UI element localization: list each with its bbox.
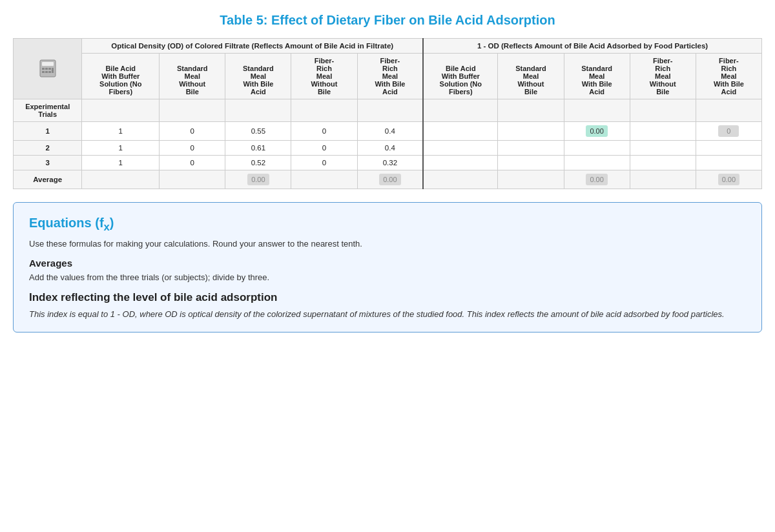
equations-box: Equations (fx) Use these formulas for ma… — [13, 202, 762, 332]
avg-g1c2 — [160, 170, 225, 189]
avg-g1c5[interactable]: 0.00 — [357, 170, 423, 189]
trial-3-label: 3 — [14, 156, 82, 170]
equations-subtitle: Use these formulas for making your calcu… — [29, 239, 746, 249]
eq-title-sub: x — [104, 221, 110, 233]
r2-g2c3 — [564, 141, 630, 156]
averages-title: Averages — [29, 258, 746, 269]
r1-g2c1 — [423, 122, 498, 141]
r3-g2c5 — [696, 156, 761, 170]
avg-g2c3[interactable]: 0.00 — [564, 170, 630, 189]
col-header-g1c1: Bile AcidWith BufferSolution (NoFibers) — [82, 54, 160, 99]
col-subh-g1c3 — [225, 99, 291, 122]
trial-1-label: 1 — [14, 122, 82, 141]
col-subh-g1c4 — [291, 99, 357, 122]
avg-g1c1 — [82, 170, 160, 189]
svg-rect-7 — [48, 71, 51, 73]
r3-g1c5: 0.32 — [357, 156, 423, 170]
col-subh-g1c1 — [82, 99, 160, 122]
equations-title: Equations (fx) — [29, 216, 746, 234]
col-trial-label: ExperimentalTrials — [14, 99, 82, 122]
r2-g2c1 — [423, 141, 498, 156]
r1-g2c4 — [630, 122, 696, 141]
index-title: Index reflecting the level of bile acid … — [29, 291, 746, 304]
r1-g2c3-input[interactable]: 0.00 — [586, 125, 607, 137]
r2-g1c4: 0 — [291, 141, 357, 156]
r1-g2c3[interactable]: 0.00 — [564, 122, 630, 141]
col-header-g2c1: Bile AcidWith BufferSolution (NoFibers) — [423, 54, 498, 99]
col-header-g2c5: Fiber-RichMealWith BileAcid — [696, 54, 761, 99]
col-header-g1c2: StandardMealWithoutBile — [160, 54, 225, 99]
eq-title-text: Equations (f — [29, 216, 104, 230]
avg-g1c3-input[interactable]: 0.00 — [247, 174, 269, 185]
r2-g2c4 — [630, 141, 696, 156]
col-header-g1c5: Fiber-RichMealWith BileAcid — [357, 54, 423, 99]
avg-g1c4 — [291, 170, 357, 189]
col-subh-g1c5 — [357, 99, 423, 122]
r2-g2c5 — [696, 141, 761, 156]
group1-header: Optical Density (OD) of Colored Filtrate… — [82, 39, 423, 54]
r2-g2c2 — [498, 141, 564, 156]
trial-2-label: 2 — [14, 141, 82, 156]
r1-g1c2: 0 — [160, 122, 225, 141]
svg-rect-2 — [42, 68, 45, 70]
r2-g1c5: 0.4 — [357, 141, 423, 156]
r1-g1c3: 0.55 — [225, 122, 291, 141]
table-row: 2 1 0 0.61 0 0.4 — [14, 141, 762, 156]
avg-g2c3-input[interactable]: 0.00 — [586, 174, 607, 185]
r3-g2c3 — [564, 156, 630, 170]
col-header-g2c2: StandardMealWithoutBile — [498, 54, 564, 99]
average-row: Average 0.00 0.00 0.00 0.00 — [14, 170, 762, 189]
r3-g2c2 — [498, 156, 564, 170]
r3-g1c4: 0 — [291, 156, 357, 170]
r1-g2c5: 0 — [696, 122, 761, 141]
avg-g2c1 — [423, 170, 498, 189]
col-subh-g2c5 — [696, 99, 761, 122]
table-row: 1 1 0 0.55 0 0.4 0.00 0 — [14, 122, 762, 141]
calculator-icon — [37, 58, 58, 79]
r2-g1c3: 0.61 — [225, 141, 291, 156]
avg-g1c3[interactable]: 0.00 — [225, 170, 291, 189]
r3-g2c4 — [630, 156, 696, 170]
col-subh-g2c4 — [630, 99, 696, 122]
svg-rect-1 — [42, 62, 54, 66]
r1-g2c5-value: 0 — [718, 125, 739, 137]
r1-g1c1: 1 — [82, 122, 160, 141]
avg-g1c5-input[interactable]: 0.00 — [379, 174, 400, 185]
svg-rect-5 — [42, 71, 45, 73]
eq-title-close: ) — [110, 216, 114, 230]
r3-g1c2: 0 — [160, 156, 225, 170]
col-header-g2c4: Fiber-RichMealWithoutBile — [630, 54, 696, 99]
col-subh-g1c2 — [160, 99, 225, 122]
col-subh-g2c1 — [423, 99, 498, 122]
calculator-icon-cell — [14, 39, 82, 99]
col-subh-g2c3 — [564, 99, 630, 122]
r3-g1c1: 1 — [82, 156, 160, 170]
r2-g1c1: 1 — [82, 141, 160, 156]
r2-g1c2: 0 — [160, 141, 225, 156]
col-header-g1c4: Fiber-RichMealWithoutBile — [291, 54, 357, 99]
col-header-g2c3: StandardMealWith BileAcid — [564, 54, 630, 99]
r1-g1c5: 0.4 — [357, 122, 423, 141]
r3-g1c3: 0.52 — [225, 156, 291, 170]
svg-rect-6 — [45, 71, 48, 73]
averages-text: Add the values from the three trials (or… — [29, 272, 746, 282]
r3-g2c1 — [423, 156, 498, 170]
main-table: Optical Density (OD) of Colored Filtrate… — [13, 38, 762, 189]
svg-rect-3 — [45, 68, 48, 70]
svg-rect-8 — [52, 68, 54, 73]
avg-g2c5[interactable]: 0.00 — [696, 170, 761, 189]
group2-header: 1 - OD (Reflects Amount of Bile Acid Ads… — [423, 39, 761, 54]
r1-g2c2 — [498, 122, 564, 141]
col-header-g1c3: StandardMealWith BileAcid — [225, 54, 291, 99]
avg-g2c2 — [498, 170, 564, 189]
r1-g1c4: 0 — [291, 122, 357, 141]
table-row: 3 1 0 0.52 0 0.32 — [14, 156, 762, 170]
index-text: This index is equal to 1 - OD, where OD … — [29, 309, 746, 319]
table-title: Table 5: Effect of Dietary Fiber on Bile… — [13, 13, 762, 28]
svg-rect-4 — [48, 68, 51, 70]
avg-g2c4 — [630, 170, 696, 189]
avg-g2c5-input[interactable]: 0.00 — [718, 174, 739, 185]
col-subh-g2c2 — [498, 99, 564, 122]
avg-label: Average — [14, 170, 82, 189]
